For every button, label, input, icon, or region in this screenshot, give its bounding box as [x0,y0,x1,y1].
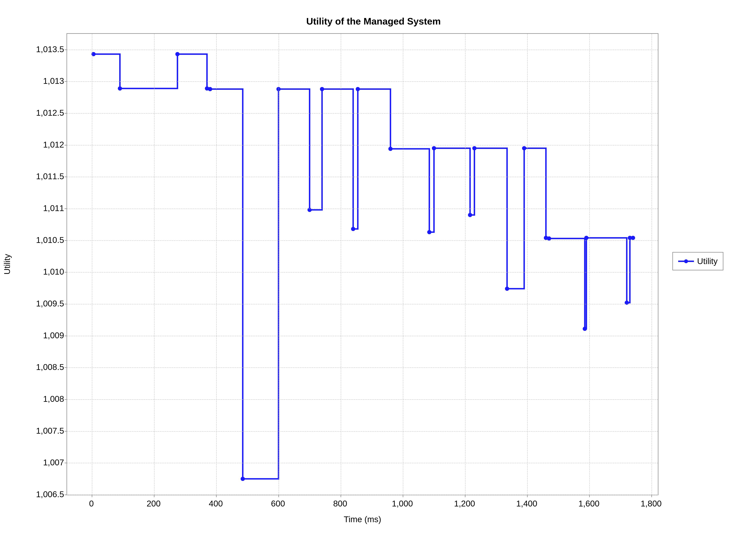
y-axis-label: Utility [2,254,12,274]
x-axis-label: Time (ms) [67,514,659,524]
y-tick-label: 1,009.5 [11,299,64,308]
x-tick-mark [465,495,465,497]
y-tick-label: 1,008 [11,394,64,404]
y-tick-label: 1,010.5 [11,235,64,245]
x-tick-label: 400 [198,499,233,508]
y-tick-mark [65,145,67,145]
legend-swatch [678,259,694,264]
grid-line-horizontal [67,272,658,272]
grid-line-horizontal [67,177,658,177]
x-tick-label: 1,400 [509,499,544,508]
legend: Utility [672,252,723,270]
grid-line-horizontal [67,81,658,82]
x-tick-mark [278,495,279,497]
grid-line-horizontal [67,240,658,241]
series-marker [208,87,212,91]
x-tick-label: 800 [323,499,358,508]
grid-line-horizontal [67,209,658,209]
grid-line-vertical [465,34,465,495]
x-tick-mark [651,495,652,497]
series-marker [356,87,360,91]
grid-line-horizontal [67,463,658,463]
series-line [94,54,633,479]
y-tick-mark [65,304,67,304]
series-marker [468,213,472,217]
y-tick-mark [65,81,67,82]
grid-line-vertical [403,34,403,495]
y-tick-label: 1,012 [11,140,64,149]
y-tick-mark [65,208,67,209]
y-tick-label: 1,011 [11,203,64,213]
grid-line-vertical [279,34,279,495]
x-tick-mark [216,495,216,497]
series-marker [118,86,122,90]
y-tick-label: 1,008.5 [11,362,64,372]
grid-line-horizontal [67,145,658,145]
x-tick-label: 600 [261,499,295,508]
series-marker [308,208,312,212]
y-tick-mark [65,336,67,336]
legend-label: Utility [697,257,718,266]
y-tick-mark [65,431,67,431]
series-marker [432,146,436,150]
y-tick-label: 1,009 [11,330,64,340]
y-tick-mark [65,463,67,463]
x-tick-mark [92,495,92,497]
chart-title: Utility of the Managed System [0,16,747,27]
grid-line-vertical [154,34,154,495]
series-marker [547,236,551,241]
series-marker [175,52,179,56]
y-tick-label: 1,007 [11,458,64,467]
y-tick-label: 1,010 [11,267,64,276]
grid-line-vertical [92,34,92,495]
x-tick-label: 1,600 [571,499,607,508]
y-tick-mark [65,113,67,113]
y-tick-label: 1,006.5 [11,489,64,499]
grid-line-vertical [527,34,527,495]
y-tick-mark [65,399,67,400]
y-tick-mark [65,177,67,177]
y-tick-mark [65,50,67,50]
x-tick-mark [154,495,154,497]
legend-marker-icon [684,259,688,263]
grid-line-horizontal [67,368,658,368]
series-marker [351,227,355,231]
y-tick-label: 1,007.5 [11,426,64,435]
y-tick-label: 1,013 [11,76,64,86]
series-marker [505,287,509,291]
series-marker [240,477,245,481]
chart-container: Utility of the Managed System Utility Ti… [0,0,747,560]
grid-line-horizontal [67,431,658,431]
y-tick-mark [65,240,67,241]
y-tick-label: 1,011.5 [11,171,64,181]
x-tick-mark [403,495,403,497]
grid-line-horizontal [67,304,658,304]
y-tick-mark [65,272,67,272]
x-tick-label: 1,000 [385,499,420,508]
grid-line-vertical [341,34,341,495]
x-tick-label: 1,800 [634,499,669,508]
grid-line-horizontal [67,399,658,400]
plot-area [67,33,659,495]
series-marker [427,230,432,234]
y-tick-mark [65,495,67,495]
y-tick-label: 1,012.5 [11,108,64,117]
series-marker [583,327,587,331]
x-tick-mark [341,495,341,497]
chart-svg [67,34,658,495]
y-tick-label: 1,013.5 [11,44,64,54]
x-tick-mark [589,495,590,497]
series-marker [631,236,635,240]
grid-line-vertical [589,34,590,495]
grid-line-horizontal [67,113,658,113]
x-tick-label: 0 [74,499,109,508]
grid-line-horizontal [67,495,658,495]
grid-line-vertical [651,34,652,495]
x-tick-label: 1,200 [447,499,482,508]
series-marker [320,87,324,91]
x-tick-mark [527,495,527,497]
series-marker [584,236,589,240]
y-tick-mark [65,367,67,368]
series-marker [522,146,526,150]
x-tick-label: 200 [136,499,171,508]
